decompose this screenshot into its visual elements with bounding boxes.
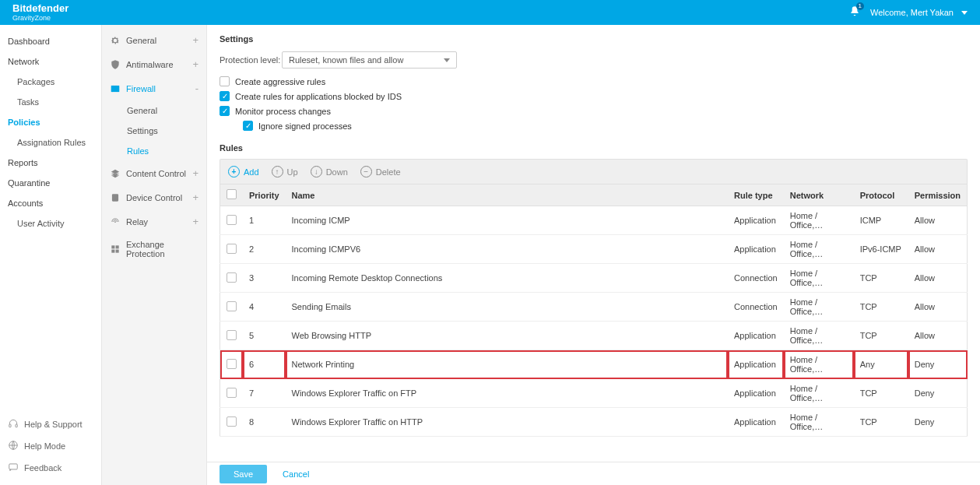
delete-label: Delete <box>376 167 401 177</box>
table-row[interactable]: 5Web Browsing HTTPApplicationHome / Offi… <box>220 322 968 350</box>
feedback-link[interactable]: Feedback <box>8 457 93 479</box>
col-priority[interactable]: Priority <box>243 185 286 206</box>
table-row[interactable]: 3Incoming Remote Desktop ConnectionsConn… <box>220 264 968 293</box>
up-button[interactable]: ↑Up <box>272 166 298 177</box>
cell-priority: 1 <box>243 206 286 235</box>
subnav-relay[interactable]: Relay+ <box>102 209 206 234</box>
create-ids-rules-checkbox[interactable] <box>220 91 230 101</box>
monitor-process-checkbox[interactable] <box>220 106 230 116</box>
row-checkbox[interactable] <box>227 301 237 311</box>
minus-icon: − <box>360 166 372 177</box>
nav-quarantine[interactable]: Quarantine <box>0 173 101 193</box>
top-bar: Bitdefender GravityZone 1 Welcome, Mert … <box>0 0 980 25</box>
col-permission[interactable]: Permission <box>908 185 968 206</box>
subnav-relay-label: Relay <box>126 217 148 227</box>
table-row[interactable]: 1Incoming ICMPApplicationHome / Office,…… <box>220 206 968 235</box>
subnav-exchange-protection[interactable]: Exchange Protection <box>102 234 206 265</box>
cell-name: Network Printing <box>286 350 729 379</box>
row-checkbox[interactable] <box>227 244 237 254</box>
cell-network: Home / Office,… <box>784 350 854 379</box>
row-checkbox[interactable] <box>227 416 237 427</box>
cell-priority: 8 <box>243 408 286 437</box>
expand-icon: + <box>192 167 198 179</box>
nav-packages[interactable]: Packages <box>0 72 101 92</box>
expand-icon: + <box>192 192 198 203</box>
row-checkbox[interactable] <box>227 272 237 283</box>
col-protocol[interactable]: Protocol <box>854 185 908 206</box>
protection-level-select[interactable]: Ruleset, known files and allow <box>282 51 457 69</box>
col-rule-type[interactable]: Rule type <box>728 185 784 206</box>
settings-heading: Settings <box>220 34 968 44</box>
cell-network: Home / Office,… <box>784 235 854 264</box>
row-checkbox[interactable] <box>227 215 237 225</box>
cell-rule-type: Application <box>728 206 784 235</box>
add-button[interactable]: +Add <box>228 166 259 177</box>
select-all-checkbox[interactable] <box>227 189 237 199</box>
subnav-antimalware[interactable]: Antimalware+ <box>102 52 206 76</box>
cancel-button[interactable]: Cancel <box>283 469 309 479</box>
cell-name: Sending Emails <box>286 293 729 322</box>
subnav-content-control[interactable]: Content Control+ <box>102 161 206 185</box>
nav-user-activity[interactable]: User Activity <box>0 213 101 234</box>
svg-rect-11 <box>116 250 119 253</box>
footer-bar: Save Cancel <box>207 462 980 485</box>
table-row[interactable]: 6Network PrintingApplicationHome / Offic… <box>220 350 968 379</box>
table-row[interactable]: 7Windows Explorer Traffic on FTPApplicat… <box>220 379 968 408</box>
table-row[interactable]: 4Sending EmailsConnectionHome / Office,…… <box>220 293 968 322</box>
table-row[interactable]: 2Incoming ICMPV6ApplicationHome / Office… <box>220 235 968 264</box>
svg-rect-3 <box>9 464 18 469</box>
subnav-exchange-label: Exchange Protection <box>126 240 198 258</box>
up-label: Up <box>287 167 298 177</box>
cell-permission: Deny <box>908 350 968 379</box>
delete-button[interactable]: −Delete <box>360 166 401 177</box>
svg-rect-5 <box>112 194 118 201</box>
col-network[interactable]: Network <box>784 185 854 206</box>
cell-name: Windows Explorer Traffic on FTP <box>286 379 729 408</box>
subnav-device-control[interactable]: Device Control+ <box>102 185 206 209</box>
subnav-device-control-label: Device Control <box>126 193 182 202</box>
rules-toolbar: +Add ↑Up ↓Down −Delete <box>220 159 968 184</box>
cell-network: Home / Office,… <box>784 206 854 235</box>
cell-protocol: TCP <box>854 408 908 437</box>
collapse-icon: - <box>195 83 198 94</box>
user-menu[interactable]: Welcome, Mert Yakan <box>870 8 968 17</box>
create-aggressive-checkbox[interactable] <box>220 76 230 86</box>
help-mode-link[interactable]: Help Mode <box>8 435 93 457</box>
subnav-firewall-rules[interactable]: Rules <box>102 141 206 161</box>
cell-network: Home / Office,… <box>784 379 854 408</box>
signal-icon <box>110 216 121 227</box>
svg-rect-8 <box>111 245 114 248</box>
subnav-firewall-general[interactable]: General <box>102 100 206 121</box>
nav-tasks[interactable]: Tasks <box>0 92 101 112</box>
welcome-text: Welcome, Mert Yakan <box>870 8 954 17</box>
nav-accounts[interactable]: Accounts <box>0 193 101 213</box>
globe-icon <box>8 440 19 452</box>
plus-icon: + <box>228 166 240 177</box>
down-label: Down <box>326 167 348 177</box>
nav-assignation-rules[interactable]: Assignation Rules <box>0 132 101 153</box>
cell-priority: 7 <box>243 379 286 408</box>
down-button[interactable]: ↓Down <box>311 166 348 177</box>
expand-icon: + <box>192 34 198 46</box>
notifications-button[interactable]: 1 <box>848 5 861 19</box>
table-row[interactable]: 8Windows Explorer Traffic on HTTPApplica… <box>220 408 968 437</box>
col-name[interactable]: Name <box>286 185 729 206</box>
subnav-firewall-settings[interactable]: Settings <box>102 121 206 141</box>
cell-rule-type: Application <box>728 350 784 379</box>
exchange-icon <box>110 244 121 255</box>
cell-permission: Allow <box>908 206 968 235</box>
help-support-link[interactable]: Help & Support <box>8 413 93 435</box>
ignore-signed-checkbox[interactable] <box>243 121 253 131</box>
svg-rect-10 <box>111 250 114 253</box>
nav-policies[interactable]: Policies <box>0 112 101 132</box>
row-checkbox[interactable] <box>227 388 237 398</box>
subnav-firewall[interactable]: Firewall- <box>102 76 206 100</box>
save-button[interactable]: Save <box>220 465 267 483</box>
row-checkbox[interactable] <box>227 330 237 340</box>
layers-icon <box>110 168 121 179</box>
nav-reports[interactable]: Reports <box>0 153 101 173</box>
subnav-general[interactable]: General+ <box>102 28 206 52</box>
nav-network[interactable]: Network <box>0 51 101 72</box>
row-checkbox[interactable] <box>227 359 237 369</box>
nav-dashboard[interactable]: Dashboard <box>0 31 101 51</box>
